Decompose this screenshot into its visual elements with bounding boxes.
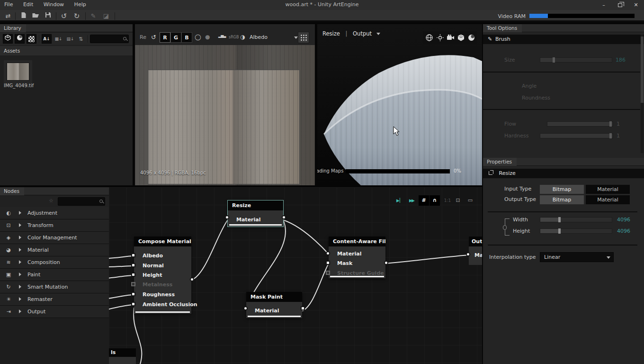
tool-options-tab[interactable]: Tool Options [483, 24, 522, 32]
material-sphere-icon[interactable] [467, 34, 476, 42]
input-port-normal[interactable] [131, 263, 135, 267]
node-title[interactable]: Mask Paint [246, 292, 302, 302]
graph-node-output-partial[interactable]: Outp Ma [469, 237, 482, 265]
step-execute-icon[interactable]: ▶▏ [396, 195, 403, 206]
node-category-remaster[interactable]: ✳Remaster [0, 293, 109, 306]
zoom-1-1-button[interactable]: 1:1 [443, 195, 452, 206]
view-3d-icon[interactable] [3, 34, 13, 44]
restore-button[interactable] [612, 0, 628, 10]
width-slider[interactable] [540, 217, 612, 222]
expand-chevron-icon[interactable] [19, 236, 21, 239]
height-slider[interactable] [540, 228, 612, 234]
sort-date-icon[interactable]: ▤↓ [65, 34, 75, 44]
environment-icon[interactable] [425, 34, 434, 42]
expand-chevron-icon[interactable] [19, 223, 21, 227]
view-sphere-icon[interactable] [15, 34, 25, 44]
minimize-button[interactable]: – [596, 0, 612, 10]
node-category-adjustment[interactable]: ◐Adjustment [0, 207, 109, 219]
node-title[interactable]: ls [109, 348, 136, 357]
fit-view-icon[interactable]: ⊡ [454, 195, 462, 206]
import-export-icon[interactable]: ⇄ [3, 11, 13, 21]
grid-view-icon[interactable] [298, 32, 309, 43]
texture-canvas[interactable] [148, 70, 299, 184]
nodes-search[interactable] [58, 197, 105, 206]
node-category-composition[interactable]: ≋Composition [0, 256, 109, 269]
reset-view-icon[interactable]: ↺ [151, 34, 156, 41]
new-file-icon[interactable] [18, 11, 28, 21]
nodes-search-input[interactable] [60, 198, 96, 205]
collapse-panel-icon[interactable]: ▭ [466, 195, 474, 206]
graph-node-bottom-partial[interactable]: ls [109, 348, 136, 364]
expand-chevron-icon[interactable] [19, 248, 21, 252]
input-port[interactable] [466, 252, 470, 256]
channel-r-button[interactable]: R [160, 32, 170, 43]
node-category-material[interactable]: ◕Material [0, 244, 109, 256]
input-type-material-button[interactable]: Material [586, 185, 630, 194]
node-title[interactable]: Outp [469, 237, 482, 246]
library-search[interactable] [90, 35, 129, 43]
brush-hardness-slider[interactable] [540, 133, 613, 138]
mesh-cube-icon[interactable] [457, 34, 465, 42]
graph-node-compose-material[interactable]: Compose Material Albedo Normal Height Me… [134, 237, 191, 314]
nodes-tab[interactable]: Nodes [0, 187, 24, 195]
input-port[interactable] [243, 306, 248, 310]
alpha-channel-icon[interactable]: ◯ [195, 34, 201, 40]
srgb-toggle[interactable]: sRGB [229, 35, 239, 39]
graph-node-content-aware-fill[interactable]: Content-Aware Fill Material Mask Structu… [329, 237, 385, 278]
output-port[interactable] [384, 261, 388, 265]
node-title[interactable]: Compose Material [134, 237, 191, 246]
contrast-icon[interactable]: ◑ [240, 34, 245, 40]
interpolation-dropdown[interactable]: Linear [540, 252, 614, 262]
output-port[interactable] [282, 215, 286, 219]
input-port-roughness[interactable] [131, 292, 135, 296]
expand-chevron-icon[interactable] [19, 260, 21, 264]
input-port-material[interactable] [326, 251, 330, 255]
output-port[interactable] [190, 277, 194, 282]
channel-g-button[interactable]: G [170, 32, 181, 43]
execute-all-icon[interactable]: ▶▶ [407, 195, 416, 206]
node-category-color-management[interactable]: ◈Color Management [0, 232, 109, 244]
node-title[interactable]: Resize [228, 200, 283, 210]
open-file-icon[interactable] [30, 11, 41, 21]
output-port[interactable] [301, 306, 305, 310]
view-checker-icon[interactable] [27, 34, 36, 44]
node-category-transform[interactable]: ⊡Transform [0, 219, 109, 232]
close-button[interactable]: ✕ [628, 0, 644, 10]
grid-snap-icon[interactable]: # [419, 195, 429, 206]
input-port-metalness[interactable] [131, 282, 135, 286]
sort-alpha-icon[interactable]: A↓ [42, 34, 52, 44]
view3d-map-dropdown[interactable]: Output [353, 30, 372, 37]
resize-section-header[interactable]: Resize [483, 169, 644, 178]
tool-options-scrollbar[interactable] [641, 35, 644, 153]
brush-flow-slider[interactable] [547, 121, 613, 127]
input-port-structure-guide[interactable] [326, 271, 330, 275]
graph-node-mask-paint[interactable]: Mask Paint Material [246, 292, 302, 318]
node-category-smart-mutation[interactable]: ↻Smart Mutation [0, 281, 109, 293]
view-3d[interactable]: Resize | Output ading Maps 0% [317, 24, 482, 185]
link-dimensions-icon[interactable] [505, 218, 510, 236]
brush-tool-icon[interactable]: ✎ [88, 11, 98, 21]
expand-chevron-icon[interactable] [19, 297, 21, 301]
input-type-bitmap-button[interactable]: Bitmap [540, 185, 584, 194]
sort-order-icon[interactable]: ⇅ [76, 34, 86, 44]
redo-icon[interactable]: ↻ [72, 11, 82, 21]
light-icon[interactable] [436, 34, 445, 42]
input-port-albedo[interactable] [131, 253, 135, 257]
expand-chevron-icon[interactable] [19, 285, 21, 289]
save-icon[interactable] [43, 11, 53, 21]
histogram-icon[interactable]: ▂▅▃ [218, 34, 225, 38]
sort-type-icon[interactable]: ▦↓ [54, 34, 63, 44]
graph-node-resize[interactable]: Resize Material [228, 200, 283, 227]
magnet-snap-icon[interactable]: ∩ [429, 195, 440, 206]
eraser-tool-icon[interactable]: ◪ [101, 11, 111, 21]
input-port-mask[interactable] [326, 261, 330, 265]
brush-section-header[interactable]: ✎ Brush [483, 35, 644, 44]
library-tab[interactable]: Library [0, 24, 26, 32]
properties-tab[interactable]: Properties [483, 158, 517, 166]
node-category-output[interactable]: ⇥Output [0, 306, 109, 318]
channel-b-button[interactable]: B [181, 32, 192, 43]
expand-chevron-icon[interactable] [19, 273, 21, 276]
view-2d[interactable]: Re ↺ R G B ◯ ● ▂▅▃ sRGB ◑ Albedo 4096 x … [135, 24, 315, 185]
expand-chevron-icon[interactable] [19, 309, 21, 313]
output-type-bitmap-button[interactable]: Bitmap [540, 195, 584, 204]
